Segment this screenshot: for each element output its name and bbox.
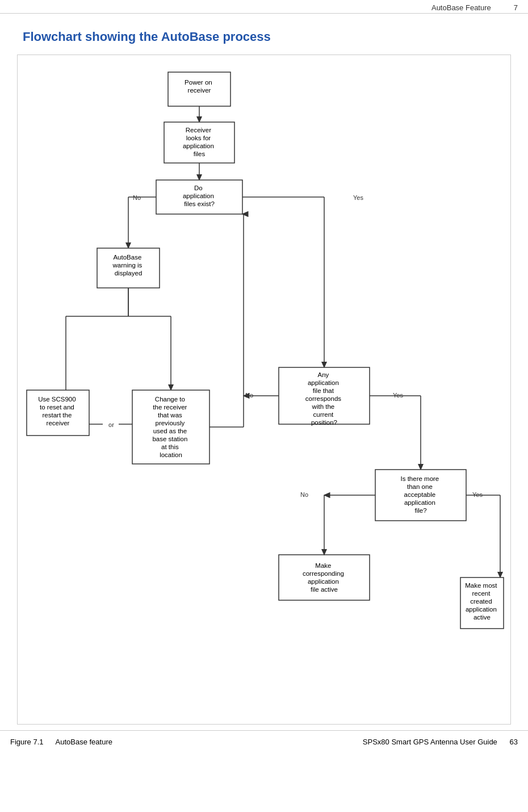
no-label-3: No <box>300 491 308 498</box>
page-title: Flowchart showing the AutoBase process <box>0 14 528 55</box>
footer: Figure 7.1 AutoBase feature SPSx80 Smart… <box>0 730 528 753</box>
or-label: or <box>108 421 114 428</box>
header: AutoBase Feature 7 <box>0 0 528 14</box>
autobase-warning-text: AutoBase warning is displayed <box>112 254 144 277</box>
yes-label-2: Yes <box>393 392 403 399</box>
flowchart-container: Power on receiver Receiver looks for app… <box>17 55 511 725</box>
flowchart-svg: Power on receiver Receiver looks for app… <box>23 61 512 708</box>
figure-label: Figure 7.1 <box>10 738 44 746</box>
footer-right: SPSx80 Smart GPS Antenna User Guide 63 <box>363 738 518 746</box>
header-page: 7 <box>514 3 518 12</box>
yes-label-3: Yes <box>472 491 483 498</box>
figure-title: AutoBase feature <box>56 738 112 746</box>
yes-label-1: Yes <box>353 194 363 201</box>
no-label-1: No <box>133 194 141 201</box>
figure-caption: Figure 7.1 AutoBase feature <box>10 738 112 746</box>
header-title: AutoBase Feature <box>431 3 491 12</box>
no-label-2: No <box>245 392 253 399</box>
guide-name: SPSx80 Smart GPS Antenna User Guide <box>363 738 497 746</box>
make-corresponding-box <box>279 555 370 600</box>
footer-page: 63 <box>510 738 518 746</box>
